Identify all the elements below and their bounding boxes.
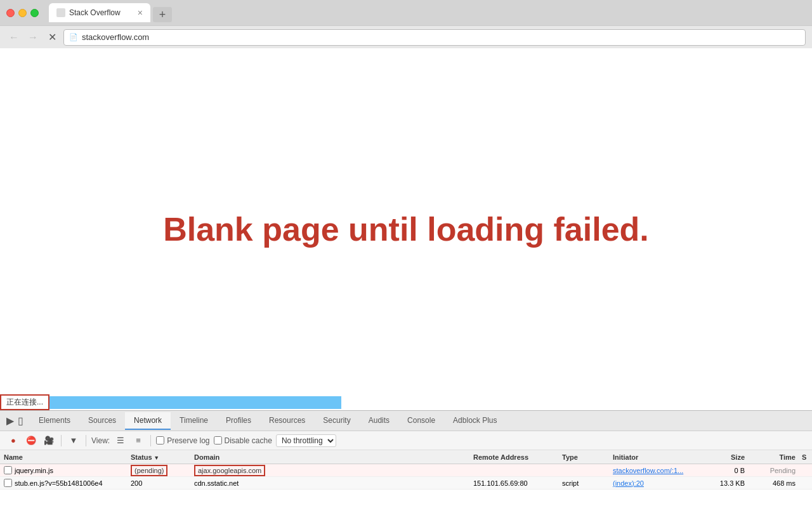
col-size-header[interactable]: Size [704,453,749,461]
row-status: 200 [127,479,190,487]
row-domain: ajax.googleapis.com [190,465,285,476]
title-bar: Stack Overflow × + [0,0,812,25]
tab-close-button[interactable]: × [138,8,143,17]
network-table: Name Status Domain Remote Address Type I… [0,450,812,490]
col-s-header: S [799,453,812,461]
traffic-lights [6,9,39,17]
new-tab-button[interactable]: + [153,7,172,22]
toolbar-divider-1 [61,435,62,446]
tab-profiles[interactable]: Profiles [217,412,260,430]
col-type-header[interactable]: Type [558,453,609,461]
col-time-header[interactable]: Time [749,453,799,461]
error-message: Blank page until loading failed. [138,210,674,248]
lock-icon: 📄 [69,33,78,41]
maximize-button[interactable] [30,9,39,17]
disable-cache-text: Disable cache [225,436,272,445]
row-checkbox[interactable] [4,466,12,474]
row-time: 468 ms [749,479,799,487]
row-status: (pending) [127,465,190,476]
row-size: 13.3 KB [704,479,749,487]
nav-bar: ← → ✕ 📄 stackoverflow.com [0,25,812,48]
tab-adblock[interactable]: Adblock Plus [444,412,506,430]
minimize-button[interactable] [18,9,27,17]
devtools-toolbar: ● ⛔ 🎥 ▼ View: ☰ ≡ Preserve log Disable c… [0,431,812,450]
table-row[interactable]: jquery.min.js (pending) ajax.googleapis.… [0,464,812,477]
row-remote: 151.101.65.69:80 [469,479,558,487]
tab-bar: Stack Overflow × + [49,3,806,22]
tab-network[interactable]: Network [125,412,171,430]
col-status-header[interactable]: Status [127,453,190,461]
tab-timeline[interactable]: Timeline [171,412,217,430]
throttle-select[interactable]: No throttling Slow 3G Fast 3G [276,434,336,447]
table-row[interactable]: stub.en.js?v=55b1481006e4 200 cdn.sstati… [0,477,812,490]
devtools-tab-bar: ▶ ▯ Elements Sources Network Timeline Pr… [0,411,812,431]
view-label: View: [91,436,110,445]
tab-console[interactable]: Console [398,412,444,430]
filter-button[interactable]: ▼ [67,434,81,448]
preserve-log-label[interactable]: Preserve log [156,436,209,445]
col-domain-header[interactable]: Domain [190,453,285,461]
stop-button[interactable]: ✕ [44,30,60,45]
table-header: Name Status Domain Remote Address Type I… [0,450,812,464]
status-progress-bar [49,396,341,409]
tab-elements[interactable]: Elements [30,412,79,430]
screenshot-button[interactable]: 🎥 [42,434,56,448]
close-button[interactable] [6,9,15,17]
domain-badge: ajax.googleapis.com [194,465,265,476]
forward-button[interactable]: → [25,30,41,45]
row-initiator: stackoverflow.com/:1... [609,467,704,474]
row-initiator: (index):20 [609,479,704,487]
row-name: jquery.min.js [0,466,127,474]
row-type: script [558,479,609,487]
disable-cache-label[interactable]: Disable cache [214,436,272,445]
devtools-responsive-icon[interactable]: ▯ [18,415,23,427]
address-text: stackoverflow.com [82,32,800,42]
tab-sources[interactable]: Sources [79,412,125,430]
active-tab[interactable]: Stack Overflow × [49,3,150,22]
row-domain: cdn.sstatic.net [190,479,285,487]
col-remote-header[interactable]: Remote Address [469,453,558,461]
disable-cache-checkbox[interactable] [214,436,222,444]
preserve-log-checkbox[interactable] [156,436,164,444]
row-time: Pending [749,467,799,474]
page-content: Blank page until loading failed. 正在连接... [0,48,812,410]
address-bar[interactable]: 📄 stackoverflow.com [63,29,806,46]
status-bar: 正在连接... [0,394,341,410]
col-initiator-header[interactable]: Initiator [609,453,704,461]
toolbar-divider-3 [150,435,151,446]
list-view-button[interactable]: ☰ [114,434,128,448]
tab-favicon [56,8,65,17]
devtools-panel: ▶ ▯ Elements Sources Network Timeline Pr… [0,410,812,490]
status-text: 正在连接... [0,394,49,410]
tab-security[interactable]: Security [314,412,359,430]
detail-view-button[interactable]: ≡ [131,434,145,448]
back-button[interactable]: ← [6,30,22,45]
status-badge: (pending) [131,465,167,476]
row-name: stub.en.js?v=55b1481006e4 [0,479,127,487]
row-size: 0 B [704,467,749,474]
tab-audits[interactable]: Audits [360,412,398,430]
row-checkbox[interactable] [4,479,12,487]
tab-resources[interactable]: Resources [260,412,314,430]
col-name-header[interactable]: Name [0,453,127,461]
preserve-log-text: Preserve log [167,436,209,445]
record-button[interactable]: ● [6,434,20,448]
tab-title: Stack Overflow [69,8,134,17]
stop-recording-button[interactable]: ⛔ [24,434,38,448]
toolbar-divider-2 [86,435,86,446]
devtools-inspect-icon[interactable]: ▶ [6,415,14,427]
